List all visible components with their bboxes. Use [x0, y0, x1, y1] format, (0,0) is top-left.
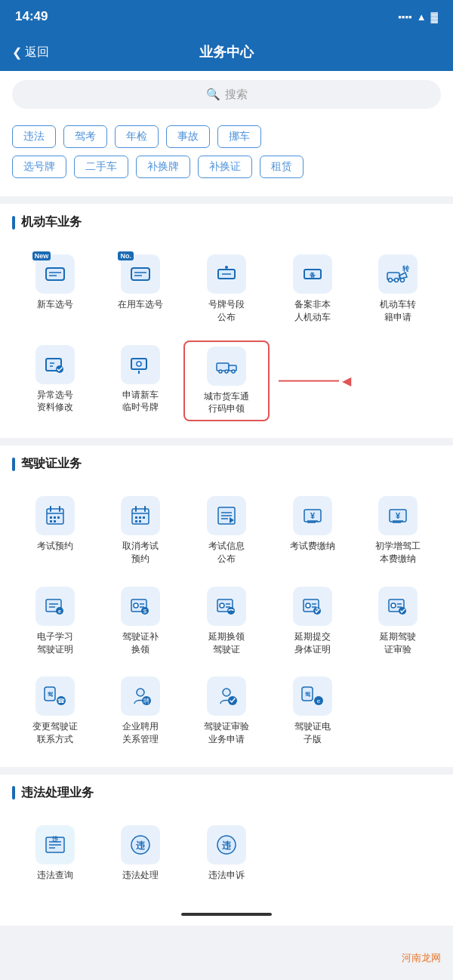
extend-body-cert[interactable]: + 延期提交身体证明 — [270, 582, 356, 661]
svg-rect-32 — [54, 516, 56, 519]
svg-text:+: + — [316, 606, 319, 612]
tag-replace-cert[interactable]: 补换证 — [198, 156, 252, 178]
motor-grid-row-2: 异常选号资料修改 申请新车临时号牌 — [0, 334, 453, 428]
tag-exam[interactable]: 驾考 — [63, 125, 107, 148]
tag-replace-plate[interactable]: 补换牌 — [136, 156, 190, 178]
no-badge: No. — [118, 251, 134, 260]
exam-fee-payment[interactable]: ¥ 考试费缴纳 — [270, 492, 356, 570]
license-replacement[interactable]: $ 驾驶证补换领 — [98, 582, 184, 661]
apply-temp-plate[interactable]: 申请新车临时号牌 — [98, 341, 184, 422]
search-icon: 🔍 — [206, 88, 220, 101]
exam-booking-icon — [35, 496, 75, 535]
exam-booking[interactable]: 考试预约 — [12, 492, 98, 570]
e-learning-certificate[interactable]: e 电子学习驾驶证明 — [12, 582, 98, 661]
svg-point-24 — [219, 370, 222, 373]
vehicle-transfer-icon-box: 转 — [378, 254, 418, 294]
tag-rental[interactable]: 租赁 — [260, 156, 304, 178]
motor-vehicle-title: 机动车业务 — [21, 214, 82, 230]
e-license-label: 驾驶证电子版 — [294, 720, 331, 746]
new-car-label: 新车选号 — [37, 298, 73, 311]
city-truck-label: 城市货车通行码申领 — [204, 390, 249, 416]
tag-second-hand[interactable]: 二手车 — [74, 156, 128, 178]
violation-query[interactable]: 违 违法查询 — [12, 821, 98, 886]
exam-fee-icon: ¥ — [293, 496, 332, 535]
svg-rect-35 — [54, 520, 56, 522]
initial-upgrade-fee[interactable]: ¥ 初学增驾工本费缴纳 — [355, 492, 441, 570]
svg-text:$: $ — [143, 608, 147, 615]
cancel-exam-icon — [121, 496, 160, 535]
license-replace-icon: $ — [121, 587, 160, 626]
vehicle-transfer-label: 机动车转籍申请 — [380, 298, 416, 324]
signal-icon: ▪▪▪▪ — [398, 11, 411, 23]
apply-temp-label: 申请新车临时号牌 — [122, 389, 159, 414]
audit-apply-label: 驾驶证审验业务申请 — [204, 720, 249, 746]
page-title: 业务中心 — [199, 43, 254, 61]
tag-accident[interactable]: 事故 — [166, 125, 210, 148]
new-car-select[interactable]: New 新车选号 — [12, 250, 98, 328]
violation-handle[interactable]: 违 违法处理 — [98, 821, 184, 886]
abnormal-select[interactable]: 异常选号资料修改 — [12, 341, 98, 422]
svg-text:违: 违 — [52, 836, 59, 843]
exam-info-icon — [207, 496, 246, 535]
abnormal-select-label: 异常选号资料修改 — [37, 389, 73, 414]
svg-rect-34 — [50, 520, 52, 522]
vehicle-transfer[interactable]: 转 机动车转籍申请 — [355, 250, 441, 328]
register-non-owner-vehicle[interactable]: 备 备案非本人机动车 — [270, 250, 356, 328]
back-button[interactable]: ❮ 返回 — [12, 45, 49, 60]
extend-license-icon — [207, 587, 246, 626]
violation-appeal[interactable]: 违 违法申诉 — [183, 821, 270, 886]
svg-text:e: e — [58, 609, 61, 614]
status-time: 14:49 — [15, 9, 48, 24]
tag-move-car[interactable]: 挪车 — [217, 125, 261, 148]
in-use-car-select[interactable]: No. 在用车选号 — [98, 250, 184, 328]
violation-handle-icon: 违 — [121, 825, 160, 864]
driving-grid-row-2: e 电子学习驾驶证明 $ 驾驶证补换领 — [0, 576, 453, 667]
svg-rect-44 — [139, 520, 141, 522]
register-vehicle-icon-box: 备 — [293, 254, 332, 294]
e-license-icon: 驾 e — [293, 676, 332, 716]
new-badge: New — [32, 251, 51, 260]
back-label: 返回 — [25, 45, 49, 60]
svg-rect-41 — [139, 516, 141, 519]
cancel-exam-booking[interactable]: 取消考试预约 — [98, 492, 184, 570]
exam-info-label: 考试信息公布 — [208, 540, 245, 566]
driving-license-section-header: 驾驶证业务 — [0, 445, 453, 479]
e-license[interactable]: 驾 e 驾驶证电子版 — [270, 672, 356, 750]
svg-rect-0 — [46, 268, 64, 280]
exam-info-publish[interactable]: 考试信息公布 — [183, 492, 270, 570]
initial-upgrade-icon: ¥ — [378, 496, 418, 535]
extend-audit[interactable]: 延期驾驶证审验 — [355, 582, 441, 661]
svg-point-63 — [134, 603, 138, 608]
in-use-car-icon-box: No. — [121, 254, 160, 294]
enterprise-icon: 聘 — [121, 676, 160, 716]
svg-text:¥: ¥ — [310, 511, 316, 520]
audit-apply[interactable]: 驾驶证审验业务申请 — [183, 672, 270, 750]
gesture-bar — [0, 903, 453, 926]
svg-text:☎: ☎ — [57, 698, 65, 704]
violation-section-header: 违法处理业务 — [0, 775, 453, 809]
svg-text:驾: 驾 — [46, 692, 52, 697]
change-contact[interactable]: 驾 ☎ 变更驾驶证联系方式 — [12, 672, 98, 750]
e-learning-icon: e — [35, 587, 75, 626]
svg-text:聘: 聘 — [143, 698, 149, 704]
exam-fee-label: 考试费缴纳 — [290, 540, 335, 553]
tag-violation[interactable]: 违法 — [12, 125, 56, 148]
wifi-icon: ▲ — [417, 11, 427, 23]
tag-plate-select[interactable]: 选号牌 — [12, 156, 66, 178]
section-bar-motor — [12, 216, 15, 230]
extend-license-replace[interactable]: 延期换领驾驶证 — [183, 582, 270, 661]
back-chevron-icon: ❮ — [12, 45, 22, 60]
svg-rect-43 — [135, 520, 137, 522]
enterprise-label: 企业聘用关系管理 — [122, 720, 159, 746]
tag-inspection[interactable]: 年检 — [115, 125, 159, 148]
status-bar: 14:49 ▪▪▪▪ ▲ ▓ — [0, 0, 453, 33]
section-bar-driving — [12, 458, 15, 471]
city-truck-code[interactable]: 城市货车通行码申领 ◀ — [183, 341, 270, 422]
svg-point-74 — [306, 603, 310, 608]
search-box[interactable]: 🔍 搜索 — [12, 80, 441, 109]
tags-container: 违法 驾考 年检 事故 挪车 选号牌 二手车 补换牌 补换证 租赁 — [0, 118, 453, 196]
enterprise-management[interactable]: 聘 企业聘用关系管理 — [98, 672, 184, 750]
tags-row-1: 违法 驾考 年检 事故 挪车 — [12, 125, 441, 148]
section-bar-violation — [12, 786, 15, 800]
plate-segment-publish[interactable]: 号牌号段公布 — [183, 250, 270, 328]
